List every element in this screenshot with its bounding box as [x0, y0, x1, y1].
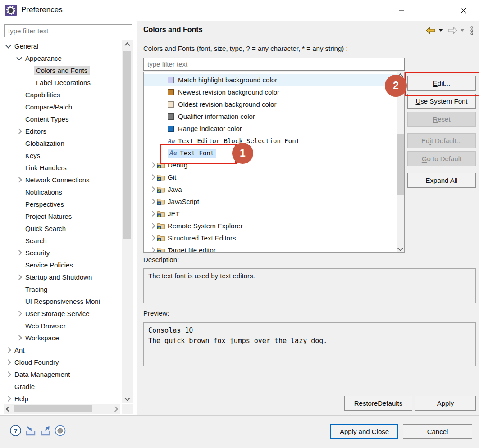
tree-item[interactable]: Web Browser — [0, 320, 121, 332]
tree-item[interactable]: Capabilities — [0, 89, 121, 101]
tree-vertical-scrollbar[interactable] — [122, 40, 133, 403]
expand-arrow-icon[interactable] — [148, 248, 156, 252]
tree-item[interactable]: Gradle — [0, 380, 121, 393]
expand-arrow-icon[interactable] — [4, 397, 12, 401]
tree-item[interactable]: User Storage Service — [0, 308, 121, 320]
tree-item[interactable]: Quick Search — [0, 222, 121, 235]
tree-item[interactable]: Label Decorations — [0, 77, 121, 89]
restore-defaults-button[interactable]: Restore Defaults — [344, 396, 412, 411]
scroll-down-icon[interactable] — [122, 394, 133, 402]
list-item[interactable]: Qualifier information color — [144, 110, 404, 122]
expand-all-button[interactable]: Expand All — [407, 173, 476, 188]
list-item[interactable]: aGit — [144, 171, 404, 183]
list-vertical-scrollbar[interactable] — [397, 72, 404, 252]
expand-arrow-icon[interactable] — [15, 129, 23, 133]
expand-arrow-icon[interactable] — [4, 348, 12, 352]
tree-item[interactable]: Startup and Shutdown — [0, 271, 121, 283]
list-item[interactable]: aStructured Text Editors — [144, 232, 404, 244]
list-item[interactable]: Newest revision background color — [144, 86, 404, 98]
tree-item[interactable]: Perspectives — [0, 198, 121, 210]
back-arrow-icon[interactable] — [426, 27, 436, 34]
export-preferences-icon[interactable] — [40, 426, 53, 436]
colors-fonts-filter-input[interactable] — [143, 58, 405, 71]
tree-item[interactable]: Tracing — [0, 283, 121, 295]
list-item[interactable]: Range indicator color — [144, 122, 404, 135]
scroll-up-icon[interactable] — [122, 41, 133, 49]
view-menu-icon[interactable] — [470, 26, 474, 35]
expand-arrow-icon[interactable] — [15, 275, 23, 279]
help-icon[interactable]: ? — [9, 425, 22, 437]
back-history-dropdown-icon[interactable] — [438, 29, 443, 32]
tree-item[interactable]: Keys — [0, 149, 121, 162]
expand-arrow-icon[interactable] — [15, 178, 23, 182]
close-button[interactable] — [453, 0, 474, 20]
tree-item[interactable]: Project Natures — [0, 210, 121, 222]
tree-item[interactable]: Help — [0, 393, 121, 403]
tree-item[interactable]: Notifications — [0, 186, 121, 198]
expand-arrow-icon[interactable] — [15, 251, 23, 255]
expand-arrow-icon[interactable] — [15, 336, 23, 340]
list-item[interactable]: aDebug — [144, 159, 404, 171]
scroll-down-icon[interactable] — [397, 244, 404, 252]
tree-item[interactable]: Compare/Patch — [0, 101, 121, 113]
list-scrollbar-thumb[interactable] — [397, 134, 404, 195]
forward-history-dropdown-icon[interactable] — [460, 29, 465, 32]
tree-item[interactable]: Cloud Foundry — [0, 356, 121, 368]
tree-item[interactable]: Service Policies — [0, 259, 121, 271]
import-preferences-icon[interactable] — [25, 426, 38, 436]
tree-item[interactable]: Network Connections — [0, 174, 121, 186]
list-item[interactable]: aTarget file editor — [144, 244, 404, 253]
tree-item[interactable]: Content Types — [0, 113, 121, 125]
tree-item[interactable]: Colors and Fonts — [0, 64, 121, 77]
tree-item[interactable]: UI Responsiveness Moni — [0, 295, 121, 308]
use-system-font-button[interactable]: Use System Font — [407, 94, 476, 109]
tree-item[interactable]: Data Management — [0, 368, 121, 380]
forward-arrow-icon[interactable] — [447, 27, 457, 34]
edit-default-button[interactable]: Edit Default... — [407, 133, 476, 148]
expand-arrow-icon[interactable] — [148, 187, 156, 191]
expand-arrow-icon[interactable] — [148, 224, 156, 228]
tree-horizontal-scrollbar[interactable] — [4, 404, 120, 414]
minimize-button[interactable] — [391, 0, 412, 20]
expand-arrow-icon[interactable] — [148, 236, 156, 240]
expand-arrow-icon[interactable] — [4, 372, 12, 376]
list-item[interactable]: aJava — [144, 183, 404, 195]
maximize-button[interactable] — [421, 0, 442, 20]
scroll-right-icon[interactable] — [111, 404, 119, 414]
list-item[interactable]: aJavaScript — [144, 195, 404, 208]
go-to-default-button[interactable]: Go to Default — [407, 151, 476, 166]
tree-item[interactable]: Security — [0, 247, 121, 259]
list-item[interactable]: aRemote System Explorer — [144, 220, 404, 232]
reset-button[interactable]: Reset — [407, 112, 476, 127]
list-item[interactable]: Oldest revision background color — [144, 98, 404, 110]
edit-button[interactable]: Edit... — [407, 76, 476, 91]
tree-item[interactable]: Editors — [0, 125, 121, 137]
tree-item[interactable]: Globalization — [0, 137, 121, 149]
tree-item[interactable]: Search — [0, 235, 121, 247]
collapse-arrow-icon[interactable] — [4, 44, 12, 48]
list-item[interactable]: Match highlight background color — [144, 74, 404, 86]
list-item[interactable]: aJET — [144, 208, 404, 220]
expand-arrow-icon[interactable] — [15, 312, 23, 316]
cancel-button[interactable]: Cancel — [403, 424, 472, 439]
tree-item[interactable]: Ant — [0, 344, 121, 356]
tree-scrollbar-thumb[interactable] — [123, 51, 131, 239]
expand-arrow-icon[interactable] — [148, 175, 156, 179]
tree-item[interactable]: General — [0, 40, 121, 52]
tree-filter-input[interactable] — [4, 24, 132, 37]
apply-button[interactable]: Apply — [415, 396, 476, 411]
scroll-left-icon[interactable] — [5, 404, 13, 414]
tree-item[interactable]: Link Handlers — [0, 162, 121, 174]
collapse-arrow-icon[interactable] — [15, 56, 23, 60]
preference-recorder-icon[interactable] — [54, 425, 66, 437]
expand-arrow-icon[interactable] — [148, 163, 156, 167]
tree-hscrollbar-thumb[interactable] — [14, 405, 92, 412]
tree-item[interactable]: Workspace — [0, 332, 121, 344]
expand-arrow-icon[interactable] — [148, 199, 156, 204]
list-item[interactable]: AaText Font — [144, 147, 404, 159]
tree-item[interactable]: Appearance — [0, 52, 121, 64]
expand-arrow-icon[interactable] — [148, 212, 156, 216]
apply-and-close-button[interactable]: Apply and Close — [330, 424, 398, 439]
list-item[interactable]: AaText Editor Block Selection Font — [144, 135, 404, 147]
expand-arrow-icon[interactable] — [4, 360, 12, 364]
